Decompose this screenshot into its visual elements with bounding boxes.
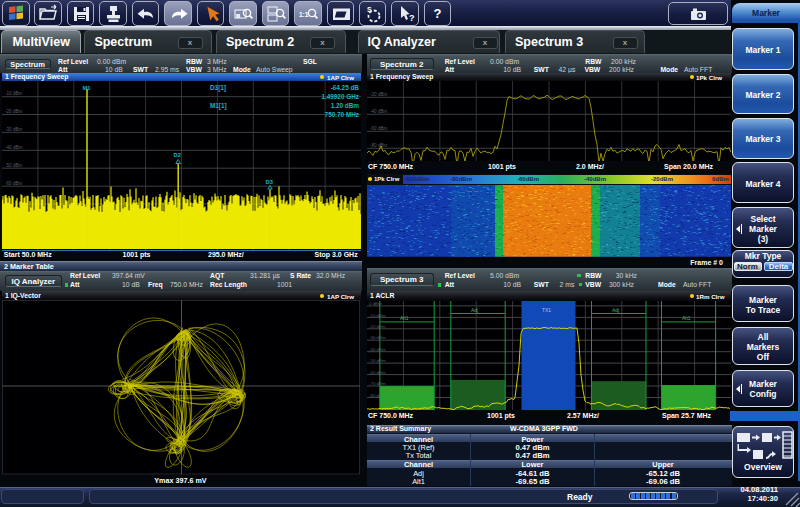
svg-text:Adj: Adj xyxy=(612,307,619,313)
svg-text:-20 dBm: -20 dBm xyxy=(5,109,22,114)
svg-text:Adj: Adj xyxy=(471,307,478,313)
svg-text:-30 dBm: -30 dBm xyxy=(369,335,386,340)
svg-text:-60 dBm: -60 dBm xyxy=(370,126,387,131)
svg-text:D2: D2 xyxy=(174,152,181,158)
svg-text:-70 dBm: -70 dBm xyxy=(369,381,386,386)
svg-text:-80 dBm: -80 dBm xyxy=(370,143,387,148)
svg-text:-10 dBm: -10 dBm xyxy=(369,312,386,317)
svg-text:D3[1]: D3[1] xyxy=(210,84,226,92)
svg-text:-50 dBm: -50 dBm xyxy=(5,163,22,168)
svg-text:1.20 dBm: 1.20 dBm xyxy=(331,102,360,109)
svg-text:1:1: 1:1 xyxy=(299,11,309,18)
svg-text:-50 dBm: -50 dBm xyxy=(369,358,386,363)
svg-text:-20 dBm: -20 dBm xyxy=(370,92,387,97)
svg-text:Alt1: Alt1 xyxy=(682,315,691,321)
svg-text:TX1: TX1 xyxy=(542,307,551,313)
svg-text:-40 dBm: -40 dBm xyxy=(370,109,387,114)
svg-text:-30 dBm: -30 dBm xyxy=(5,127,22,132)
svg-text:-64.25 dB: -64.25 dB xyxy=(331,84,360,91)
svg-text:-40 dBm: -40 dBm xyxy=(369,346,386,351)
svg-text:750.70 MHz: 750.70 MHz xyxy=(325,111,359,118)
svg-text:-60 dBm: -60 dBm xyxy=(5,181,22,186)
svg-text:M1: M1 xyxy=(83,85,92,91)
svg-text:M1[1]: M1[1] xyxy=(210,102,227,110)
svg-text:-60 dBm: -60 dBm xyxy=(369,369,386,374)
svg-text:D3: D3 xyxy=(265,179,272,185)
svg-text:1.49920 GHz: 1.49920 GHz xyxy=(321,93,359,100)
svg-text:-10 dBm: -10 dBm xyxy=(5,91,22,96)
svg-text:Alt1: Alt1 xyxy=(400,315,409,321)
svg-text:-40 dBm: -40 dBm xyxy=(5,145,22,150)
svg-text:-20 dBm: -20 dBm xyxy=(369,324,386,329)
svg-text:?: ? xyxy=(409,13,415,23)
